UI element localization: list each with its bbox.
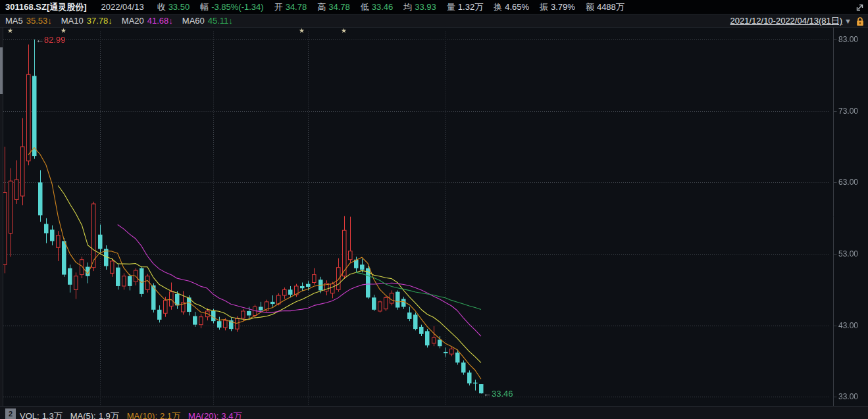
ma-legend-bar: MA535.53↓MA1037.78↓MA2041.68↓MA6045.11↓ … [0,14,868,28]
ma-label: MA60 [182,16,205,26]
quote-field-量: 量1.32万 [447,1,483,13]
quote-field-label: 振 [540,2,548,12]
left-arrow-icon: ← [483,389,492,399]
range-selector: 2021/12/10-2022/04/13(81日) ▼ [730,14,867,28]
y-axis-label: 63.00 [838,178,858,187]
kline-chart-area: ←82.99 ←33.46 83.0073.0063.0053.0043.003… [0,28,868,406]
y-axis-label: 53.00 [838,249,858,259]
volume-legend-item: MA(5):1.9万 [70,410,119,419]
quote-field-换: 换4.65% [494,1,529,13]
quote-field-幅: 幅-3.85%(-1.34) [200,1,263,13]
quote-field-低: 低33.46 [361,1,394,13]
quote-field-value: 34.78 [328,2,350,12]
quote-field-value: 3.79% [551,2,575,12]
ma-legend-items: MA535.53↓MA1037.78↓MA2041.68↓MA6045.11↓ [5,16,242,26]
volume-legend-value: 2.1万 [160,411,180,419]
low-price-annotation: ←33.46 [483,389,513,399]
volume-legend-label: MA(10): [127,411,157,419]
volume-legend-item: MA(20):3.4万 [188,410,242,419]
chevron-down-icon[interactable]: ▼ [844,17,852,25]
quote-field-label: 均 [403,2,412,12]
volume-legend-item: VOL:1.3万 [20,410,63,419]
quote-field-label: 幅 [200,2,209,12]
y-axis-label: 43.00 [838,321,858,330]
quote-field-value: 34.78 [286,2,307,12]
y-axis-label: 73.00 [838,107,858,116]
y-axis-label: 83.00 [838,35,858,44]
event-star-icon: ★ [61,28,66,34]
quote-field-value: 33.93 [415,2,436,12]
event-star-icon: ★ [299,28,305,34]
quote-field-value: 4488万 [597,2,625,12]
quote-field-振: 振3.79% [540,1,575,13]
left-edge-scrollbar[interactable] [0,28,3,406]
volume-pane-header: 2 VOL:1.3万MA(5):1.9万MA(10):2.1万MA(20):3.… [0,406,868,419]
volume-legend-item: MA(10):2.1万 [127,410,180,419]
symbol-title: 301168.SZ[通灵股份] [5,1,87,13]
scrollbar-thumb[interactable] [0,47,3,94]
expand-arrow-glyph [855,2,865,12]
volume-legend-value: 3.4万 [221,411,242,419]
volume-legend-items: VOL:1.3万MA(5):1.9万MA(10):2.1万MA(20):3.4万 [20,407,249,419]
quote-field-label: 高 [317,2,326,12]
quote-field-收: 收33.50 [157,1,190,13]
quote-field-label: 量 [447,2,455,12]
quote-field-label: 换 [494,2,502,12]
quote-field-label: 低 [361,2,369,12]
quote-field-高: 高34.78 [317,1,350,13]
ma-value: 41.68↓ [147,16,173,26]
ma-value: 35.53↓ [26,16,52,26]
date-range-label[interactable]: 2021/12/10-2022/04/13(81日) [730,15,843,27]
expand-icon[interactable] [855,2,865,12]
high-price-annotation: ←82.99 [36,35,66,45]
quote-field-value: 33.46 [372,2,394,12]
volume-legend-label: MA(20): [188,411,218,419]
left-arrow-icon: ← [36,35,44,45]
quote-field-开: 开34.78 [274,1,307,13]
lock-icon[interactable] [855,16,865,26]
ma-legend-ma10: MA1037.78↓ [61,16,113,26]
event-star-icon: ★ [7,28,13,34]
ma-label: MA20 [122,16,144,26]
stock-chart-window: 301168.SZ[通灵股份] 2022/04/13 收33.50幅-3.85%… [0,0,868,419]
quote-field-label: 收 [157,2,166,12]
quote-field-value: -3.85%(-1.34) [211,2,263,12]
ma-label: MA5 [5,16,23,26]
ma-legend-ma60: MA6045.11↓ [182,16,233,26]
ma-legend-ma5: MA535.53↓ [5,16,52,26]
event-star-icon: ★ [341,28,347,34]
quote-header-bar: 301168.SZ[通灵股份] 2022/04/13 收33.50幅-3.85%… [0,0,868,14]
ma-label: MA10 [61,16,84,26]
kline-chart-canvas[interactable] [0,28,868,406]
quote-field-value: 1.32万 [458,2,483,12]
quote-field-value: 4.65% [505,2,529,12]
volume-legend-value: 1.3万 [42,411,63,419]
quote-field-label: 开 [274,2,283,12]
quote-date: 2022/04/13 [101,2,144,12]
volume-legend-value: 1.9万 [99,411,119,419]
ma-legend-ma20: MA2041.68↓ [122,16,173,26]
ma-value: 37.78↓ [87,16,113,26]
quote-field-value: 33.50 [168,2,190,12]
quote-field-label: 额 [586,2,594,12]
ma-value: 45.11↓ [208,16,233,26]
volume-legend-label: MA(5): [70,411,96,419]
quote-fields: 收33.50幅-3.85%(-1.34)开34.78高34.78低33.46均3… [157,1,635,13]
quote-field-额: 额4488万 [586,1,625,13]
high-price-value: 82.99 [44,35,66,45]
low-price-value: 33.46 [492,389,513,399]
pane-number-badge[interactable]: 2 [5,408,16,419]
y-axis-label: 33.00 [838,392,858,401]
volume-legend-label: VOL: [20,411,39,419]
quote-field-均: 均33.93 [403,1,436,13]
